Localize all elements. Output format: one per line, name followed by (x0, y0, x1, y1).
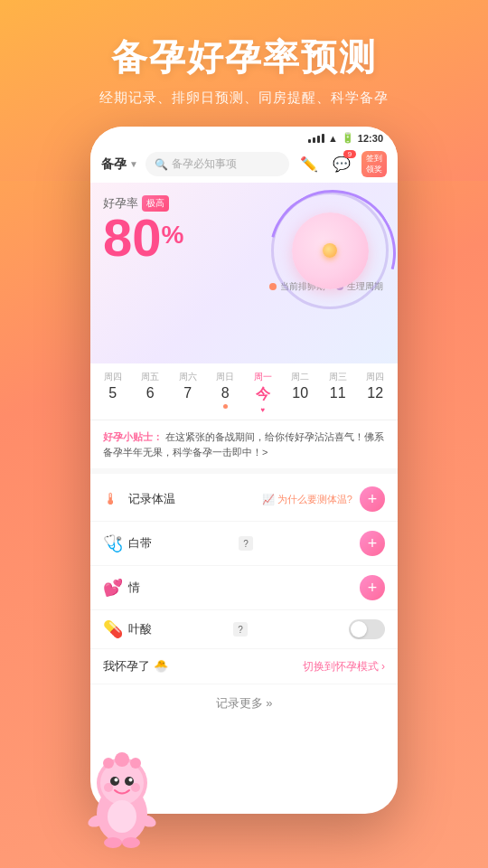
svg-point-10 (103, 758, 114, 769)
mood-add-button[interactable]: + (360, 575, 385, 600)
header-icons: ✏️ 💬 9 签到 领奖 (296, 151, 387, 177)
svg-point-16 (122, 837, 140, 848)
discharge-icon: 🩺 (103, 533, 128, 553)
mascot (81, 749, 163, 848)
wifi-icon: ▲ (328, 133, 338, 144)
chat-icon: 💬 (333, 156, 351, 173)
cal-week-label: 周四 (104, 371, 122, 383)
chevron-down-icon: ▼ (129, 159, 138, 169)
record-folate: 💊 叶酸 ? (90, 610, 398, 649)
checkin-button[interactable]: 签到 领奖 (361, 151, 387, 177)
mood-icon: 💕 (103, 578, 128, 598)
cal-week-label: 周五 (141, 371, 159, 383)
record-discharge: 🩺 白带 ? + (90, 522, 398, 566)
search-placeholder: 备孕必知事项 (172, 156, 237, 172)
pen-icon-btn[interactable]: ✏️ (296, 152, 322, 177)
cal-day-today[interactable]: 周一 今 ♥ (247, 371, 279, 414)
cal-num: 5 (108, 385, 117, 401)
temperature-label: 记录体温 (128, 491, 262, 507)
fertility-info: 好孕率 极高 80% (103, 195, 385, 264)
signal-icon (308, 134, 324, 143)
percent-sign: % (162, 222, 184, 248)
svg-point-5 (115, 778, 118, 782)
cal-week-label: 周日 (216, 371, 234, 383)
mood-label: 情 (128, 580, 244, 596)
discharge-label: 白带 (128, 535, 235, 552)
cal-day-thu2[interactable]: 周四 12 (359, 371, 391, 414)
fertility-card: 好孕率 极高 80% 当前排卵期 生 (90, 183, 398, 363)
svg-point-8 (131, 783, 140, 792)
discharge-add-button[interactable]: + (360, 531, 385, 556)
page-subtitle: 经期记录、排卵日预测、同房提醒、科学备孕 (27, 90, 461, 107)
folate-info-badge[interactable]: ? (233, 622, 248, 637)
folate-icon: 💊 (103, 619, 128, 639)
temperature-add-button[interactable]: + (360, 486, 385, 512)
svg-point-11 (130, 758, 141, 769)
search-bar[interactable]: 🔍 备孕必知事项 (145, 152, 289, 176)
more-record-label: 记录更多 » (216, 696, 273, 710)
folate-toggle[interactable] (349, 619, 385, 639)
battery-icon: 🔋 (342, 132, 354, 144)
mode-selector[interactable]: 备孕 ▼ (101, 156, 138, 173)
cal-num: 11 (330, 385, 346, 401)
cal-day-fri[interactable]: 周五 6 (134, 371, 166, 414)
page-title: 备孕好孕率预测 (27, 33, 461, 82)
svg-point-7 (104, 783, 113, 792)
thermometer-icon: 🌡 (103, 490, 128, 509)
chat-badge: 9 (343, 150, 356, 158)
cal-num: 8 (221, 385, 230, 401)
phone-mockup: ▲ 🔋 12:30 备孕 ▼ 🔍 备孕必知事项 ✏️ 💬 9 签到 领奖 (90, 127, 398, 814)
mode-label: 备孕 (101, 156, 127, 173)
chat-icon-btn[interactable]: 💬 9 (329, 152, 354, 177)
cal-num-today: 今 (256, 385, 270, 404)
search-icon: 🔍 (155, 158, 168, 171)
calendar-strip: 周四 5 周五 6 周六 7 周日 8 周一 今 ♥ 周二 10 (90, 363, 398, 420)
switch-pregnancy-button[interactable]: 切换到怀孕模式 › (303, 659, 385, 675)
heart-icon: ♥ (260, 406, 265, 414)
cal-num: 12 (367, 385, 383, 401)
cal-num: 6 (146, 385, 155, 401)
app-header: 备孕 ▼ 🔍 备孕必知事项 ✏️ 💬 9 签到 领奖 (90, 146, 398, 183)
record-temperature: 🌡 记录体温 📈 为什么要测体温? + (90, 477, 398, 522)
cal-day-tue[interactable]: 周二 10 (284, 371, 316, 414)
record-section: 🌡 记录体温 📈 为什么要测体温? + 🩺 白带 ? + 💕 情 + 💊 叶酸 … (90, 474, 398, 726)
tips-title: 好孕小贴士： (103, 431, 163, 442)
folate-label: 叶酸 (128, 621, 230, 637)
mode-switch-row: 我怀孕了 🐣 切换到怀孕模式 › (90, 649, 398, 684)
pen-icon: ✏️ (300, 156, 318, 173)
cal-num: 10 (292, 385, 308, 401)
toggle-thumb (351, 621, 367, 637)
cal-day-wed[interactable]: 周三 11 (322, 371, 354, 414)
status-bar: ▲ 🔋 12:30 (90, 127, 398, 146)
tips-section: 好孕小贴士： 在这紧张的备战期间，给你传好孕沾沾喜气！佛系备孕半年无果，科学备孕… (90, 420, 398, 474)
svg-point-15 (104, 837, 122, 848)
record-mood: 💕 情 + (90, 566, 398, 610)
svg-point-6 (129, 778, 133, 782)
cal-week-label: 周三 (329, 371, 347, 383)
checkin-line1: 签到 (366, 154, 382, 165)
cal-week-label: 周四 (366, 371, 384, 383)
cal-week-label: 周六 (179, 371, 197, 383)
fertility-number: 80 (103, 208, 162, 267)
cal-week-label: 周一 (254, 371, 272, 383)
cal-num: 7 (183, 385, 192, 401)
fertility-percent-display: 80% (103, 212, 385, 264)
cal-day-thu1[interactable]: 周四 5 (97, 371, 129, 414)
cal-week-label: 周二 (291, 371, 309, 383)
svg-point-14 (108, 800, 136, 833)
checkin-line2: 领奖 (366, 165, 382, 175)
temperature-link[interactable]: 📈 为什么要测体温? (262, 493, 352, 506)
discharge-info-badge[interactable]: ? (239, 536, 253, 551)
mode-switch-label: 我怀孕了 🐣 (103, 658, 303, 675)
svg-point-9 (115, 752, 129, 767)
time-display: 12:30 (358, 133, 383, 144)
more-record-btn[interactable]: 记录更多 » (90, 684, 398, 722)
cal-day-sun[interactable]: 周日 8 (209, 371, 241, 414)
cal-day-sat[interactable]: 周六 7 (172, 371, 204, 414)
